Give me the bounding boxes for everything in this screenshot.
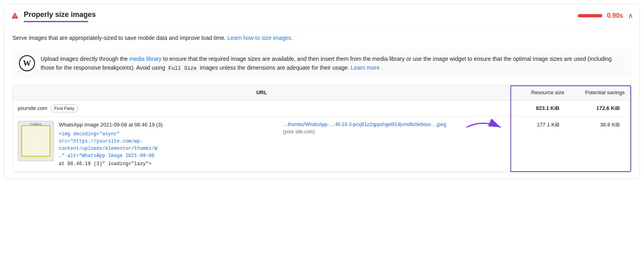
group-resource-size: 823.1 KiB bbox=[506, 104, 566, 112]
warning-icon: ! bbox=[11, 12, 19, 20]
header-right: 0.90s ∧ bbox=[578, 10, 633, 21]
group-values: 823.1 KiB 172.6 KiB bbox=[506, 104, 626, 112]
data-table-container: URL Resource size Potential savings your… bbox=[12, 85, 632, 172]
row-potential-savings: 38.8 KiB bbox=[566, 121, 626, 129]
group-potential-savings: 172.6 KiB bbox=[566, 104, 626, 112]
panel-body: Serve images that are appropriately-size… bbox=[4, 27, 640, 179]
code-snippet: <img decoding="async" src="https://yours… bbox=[59, 130, 278, 159]
group-header-row: yoursite.com First Party 823.1 KiB 172.6… bbox=[13, 100, 631, 117]
panel-title: Properly size images bbox=[24, 9, 578, 20]
learn-link[interactable]: Learn how to size images. bbox=[227, 35, 293, 41]
score-bar bbox=[578, 14, 602, 17]
group-domain-col: yoursite.com First Party bbox=[18, 104, 506, 113]
table-row: Gallery WhatsApp Image 2021-09-08 at 08.… bbox=[13, 117, 631, 172]
wordpress-logo: W bbox=[19, 55, 35, 71]
title-column: Properly size images bbox=[24, 9, 578, 22]
col-header-url: URL bbox=[13, 89, 510, 97]
first-party-badge: First Party bbox=[51, 104, 78, 113]
svg-text:!: ! bbox=[14, 14, 15, 19]
thumbnail-inner bbox=[21, 125, 50, 157]
col-header-savings: Potential savings bbox=[571, 89, 631, 97]
audit-panel: ! Properly size images 0.90s ∧ Serve ima… bbox=[4, 4, 640, 179]
group-domain: yoursite.com bbox=[18, 104, 47, 112]
description-text: Serve images that are appropriately-size… bbox=[12, 34, 632, 42]
alt-text: at 08.46.19 (3)" loading="lazy"> bbox=[59, 160, 278, 168]
row-text: WhatsApp Image 2021-09-08 at 08.46.19 (3… bbox=[59, 121, 278, 168]
table-header: URL Resource size Potential savings bbox=[13, 85, 631, 100]
svg-text:W: W bbox=[23, 59, 31, 68]
data-table: URL Resource size Potential savings your… bbox=[12, 85, 632, 172]
row-url-col: Gallery WhatsApp Image 2021-09-08 at 08.… bbox=[18, 121, 506, 168]
wp-note-text: Upload images directly through the media… bbox=[41, 54, 625, 73]
collapse-button[interactable]: ∧ bbox=[628, 10, 633, 21]
thumbnail: Gallery bbox=[18, 121, 54, 161]
url-data-col: …thumbs/WhatsApp-….46.19-3-pcxj61z2qppsh… bbox=[283, 121, 506, 135]
learn-more-link[interactable]: Learn more bbox=[351, 64, 380, 71]
col-header-resource: Resource size bbox=[510, 89, 571, 97]
score-value: 0.90s bbox=[607, 11, 623, 21]
panel-header: ! Properly size images 0.90s ∧ bbox=[4, 4, 640, 27]
url-site: (your site.com) bbox=[283, 128, 502, 135]
image-title: WhatsApp Image 2021-09-08 at 08.46.19 (3… bbox=[59, 121, 278, 129]
row-resource-size: 177.1 KiB bbox=[506, 121, 566, 129]
url-text: …thumbs/WhatsApp-….46.19-3-pcxj61z2qppsh… bbox=[283, 121, 502, 128]
title-underline bbox=[24, 21, 88, 22]
media-library-link[interactable]: media library bbox=[129, 56, 161, 62]
fullsize-code: Full Size bbox=[167, 65, 198, 72]
wordpress-note: W Upload images directly through the med… bbox=[12, 49, 632, 79]
